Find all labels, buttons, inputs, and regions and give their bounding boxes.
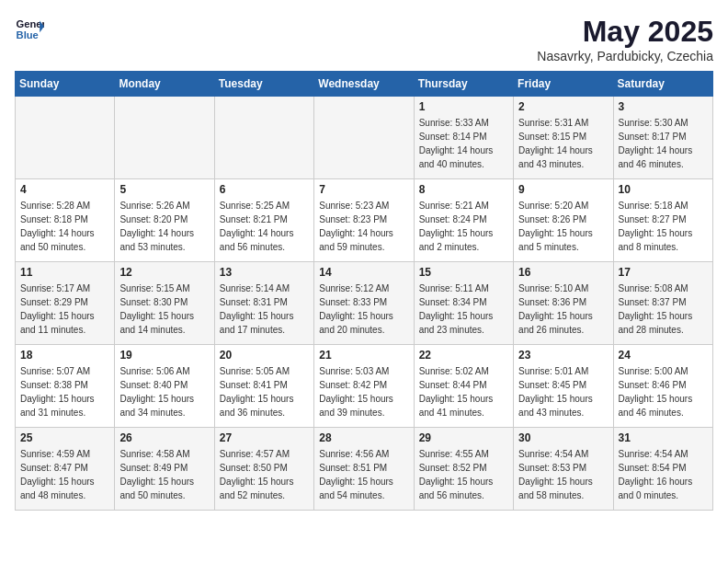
day-number: 3	[619, 100, 708, 113]
day-info: Sunrise: 5:30 AMSunset: 8:17 PMDaylight:…	[619, 116, 708, 171]
calendar-body: 1Sunrise: 5:33 AMSunset: 8:14 PMDaylight…	[16, 97, 713, 511]
day-cell	[314, 97, 414, 179]
day-cell: 22Sunrise: 5:02 AMSunset: 8:44 PMDayligh…	[414, 345, 513, 428]
day-number: 17	[619, 266, 708, 279]
day-number: 7	[319, 183, 408, 196]
week-row-4: 18Sunrise: 5:07 AMSunset: 8:38 PMDayligh…	[16, 345, 713, 428]
day-info: Sunrise: 5:21 AMSunset: 8:24 PMDaylight:…	[419, 199, 508, 254]
day-number: 5	[119, 183, 209, 196]
day-info: Sunrise: 5:06 AMSunset: 8:40 PMDaylight:…	[119, 364, 209, 419]
svg-text:Blue: Blue	[17, 29, 39, 40]
day-number: 13	[220, 266, 309, 279]
day-cell: 19Sunrise: 5:06 AMSunset: 8:40 PMDayligh…	[115, 345, 214, 428]
page-header: General Blue May 2025 Nasavrky, Pardubic…	[15, 15, 713, 63]
day-info: Sunrise: 5:12 AMSunset: 8:33 PMDaylight:…	[319, 282, 408, 337]
day-cell: 11Sunrise: 5:17 AMSunset: 8:29 PMDayligh…	[16, 262, 115, 345]
week-row-5: 25Sunrise: 4:59 AMSunset: 8:47 PMDayligh…	[16, 428, 713, 511]
day-number: 25	[20, 431, 109, 444]
day-cell: 25Sunrise: 4:59 AMSunset: 8:47 PMDayligh…	[16, 428, 115, 511]
day-info: Sunrise: 5:15 AMSunset: 8:30 PMDaylight:…	[119, 282, 209, 337]
day-cell: 12Sunrise: 5:15 AMSunset: 8:30 PMDayligh…	[115, 262, 214, 345]
day-cell: 10Sunrise: 5:18 AMSunset: 8:27 PMDayligh…	[613, 179, 712, 262]
day-cell: 20Sunrise: 5:05 AMSunset: 8:41 PMDayligh…	[214, 345, 313, 428]
day-info: Sunrise: 5:01 AMSunset: 8:45 PMDaylight:…	[518, 364, 608, 419]
day-info: Sunrise: 5:28 AMSunset: 8:18 PMDaylight:…	[20, 199, 109, 254]
location-subtitle: Nasavrky, Pardubicky, Czechia	[537, 49, 713, 63]
day-cell: 5Sunrise: 5:26 AMSunset: 8:20 PMDaylight…	[115, 179, 214, 262]
day-info: Sunrise: 5:05 AMSunset: 8:41 PMDaylight:…	[220, 364, 309, 419]
day-cell	[16, 97, 115, 179]
day-info: Sunrise: 5:02 AMSunset: 8:44 PMDaylight:…	[419, 364, 508, 419]
day-number: 14	[319, 266, 408, 279]
day-cell: 7Sunrise: 5:23 AMSunset: 8:23 PMDaylight…	[314, 179, 414, 262]
day-cell: 24Sunrise: 5:00 AMSunset: 8:46 PMDayligh…	[613, 345, 712, 428]
day-cell: 3Sunrise: 5:30 AMSunset: 8:17 PMDaylight…	[613, 97, 712, 179]
day-number: 6	[220, 183, 309, 196]
day-cell: 14Sunrise: 5:12 AMSunset: 8:33 PMDayligh…	[314, 262, 414, 345]
day-number: 30	[518, 431, 608, 444]
day-number: 23	[518, 349, 608, 362]
day-cell: 28Sunrise: 4:56 AMSunset: 8:51 PMDayligh…	[314, 428, 414, 511]
day-info: Sunrise: 5:00 AMSunset: 8:46 PMDaylight:…	[619, 364, 708, 419]
day-cell: 18Sunrise: 5:07 AMSunset: 8:38 PMDayligh…	[16, 345, 115, 428]
weekday-monday: Monday	[115, 72, 214, 97]
day-info: Sunrise: 5:03 AMSunset: 8:42 PMDaylight:…	[319, 364, 408, 419]
day-number: 12	[119, 266, 209, 279]
day-number: 1	[419, 100, 508, 113]
day-info: Sunrise: 5:10 AMSunset: 8:36 PMDaylight:…	[518, 282, 608, 337]
title-block: May 2025 Nasavrky, Pardubicky, Czechia	[537, 15, 713, 63]
day-cell	[115, 97, 214, 179]
logo-icon: General Blue	[15, 15, 44, 44]
day-number: 16	[518, 266, 608, 279]
day-number: 21	[319, 349, 408, 362]
weekday-friday: Friday	[514, 72, 613, 97]
day-info: Sunrise: 5:08 AMSunset: 8:37 PMDaylight:…	[619, 282, 708, 337]
day-cell: 16Sunrise: 5:10 AMSunset: 8:36 PMDayligh…	[514, 262, 613, 345]
day-info: Sunrise: 5:31 AMSunset: 8:15 PMDaylight:…	[518, 116, 608, 171]
day-number: 24	[619, 349, 708, 362]
day-info: Sunrise: 5:20 AMSunset: 8:26 PMDaylight:…	[518, 199, 608, 254]
day-info: Sunrise: 4:54 AMSunset: 8:54 PMDaylight:…	[619, 447, 708, 502]
day-cell: 17Sunrise: 5:08 AMSunset: 8:37 PMDayligh…	[613, 262, 712, 345]
day-cell: 29Sunrise: 4:55 AMSunset: 8:52 PMDayligh…	[414, 428, 513, 511]
weekday-sunday: Sunday	[16, 72, 115, 97]
weekday-header-row: SundayMondayTuesdayWednesdayThursdayFrid…	[16, 72, 713, 97]
day-cell: 2Sunrise: 5:31 AMSunset: 8:15 PMDaylight…	[514, 97, 613, 179]
day-cell: 31Sunrise: 4:54 AMSunset: 8:54 PMDayligh…	[613, 428, 712, 511]
month-title: May 2025	[537, 15, 713, 49]
day-info: Sunrise: 4:58 AMSunset: 8:49 PMDaylight:…	[119, 447, 209, 502]
day-cell: 9Sunrise: 5:20 AMSunset: 8:26 PMDaylight…	[514, 179, 613, 262]
day-info: Sunrise: 5:07 AMSunset: 8:38 PMDaylight:…	[20, 364, 109, 419]
week-row-1: 1Sunrise: 5:33 AMSunset: 8:14 PMDaylight…	[16, 97, 713, 179]
day-number: 27	[220, 431, 309, 444]
day-number: 22	[419, 349, 508, 362]
day-number: 2	[518, 100, 608, 113]
day-number: 28	[319, 431, 408, 444]
day-cell: 6Sunrise: 5:25 AMSunset: 8:21 PMDaylight…	[214, 179, 313, 262]
day-info: Sunrise: 5:33 AMSunset: 8:14 PMDaylight:…	[419, 116, 508, 171]
day-info: Sunrise: 4:55 AMSunset: 8:52 PMDaylight:…	[419, 447, 508, 502]
day-number: 4	[20, 183, 109, 196]
weekday-wednesday: Wednesday	[314, 72, 414, 97]
day-info: Sunrise: 4:59 AMSunset: 8:47 PMDaylight:…	[20, 447, 109, 502]
day-number: 11	[20, 266, 109, 279]
weekday-thursday: Thursday	[414, 72, 513, 97]
weekday-tuesday: Tuesday	[214, 72, 313, 97]
week-row-3: 11Sunrise: 5:17 AMSunset: 8:29 PMDayligh…	[16, 262, 713, 345]
day-info: Sunrise: 5:11 AMSunset: 8:34 PMDaylight:…	[419, 282, 508, 337]
day-number: 31	[619, 431, 708, 444]
day-cell: 8Sunrise: 5:21 AMSunset: 8:24 PMDaylight…	[414, 179, 513, 262]
day-info: Sunrise: 5:17 AMSunset: 8:29 PMDaylight:…	[20, 282, 109, 337]
day-cell: 23Sunrise: 5:01 AMSunset: 8:45 PMDayligh…	[514, 345, 613, 428]
day-info: Sunrise: 5:14 AMSunset: 8:31 PMDaylight:…	[220, 282, 309, 337]
day-info: Sunrise: 4:57 AMSunset: 8:50 PMDaylight:…	[220, 447, 309, 502]
day-info: Sunrise: 5:26 AMSunset: 8:20 PMDaylight:…	[119, 199, 209, 254]
day-info: Sunrise: 5:25 AMSunset: 8:21 PMDaylight:…	[220, 199, 309, 254]
day-number: 9	[518, 183, 608, 196]
logo: General Blue	[15, 15, 44, 44]
day-number: 20	[220, 349, 309, 362]
week-row-2: 4Sunrise: 5:28 AMSunset: 8:18 PMDaylight…	[16, 179, 713, 262]
day-cell: 15Sunrise: 5:11 AMSunset: 8:34 PMDayligh…	[414, 262, 513, 345]
day-number: 18	[20, 349, 109, 362]
day-number: 8	[419, 183, 508, 196]
